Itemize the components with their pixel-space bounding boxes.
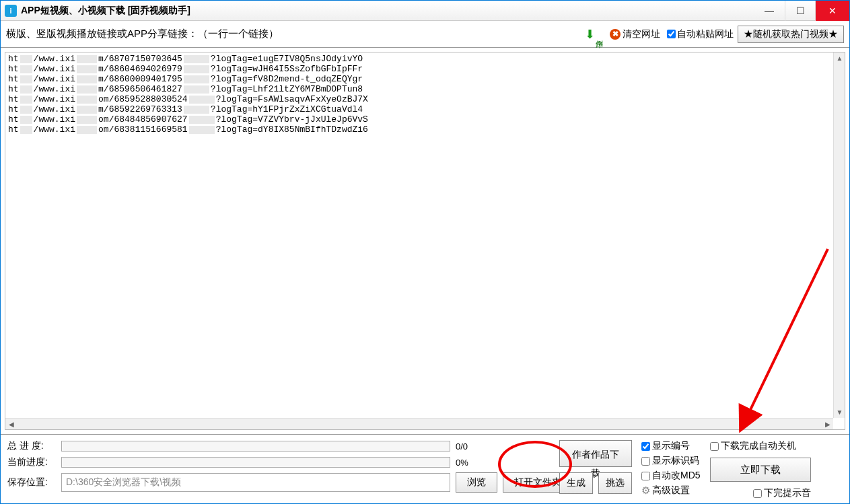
advanced-settings-button[interactable]: ⚙高级设置	[641, 484, 701, 497]
current-progress-label: 当前进度:	[7, 456, 56, 468]
save-path-label: 保存位置:	[7, 476, 56, 489]
total-progress-text: 0/0	[456, 441, 483, 452]
gear-icon: ⚙	[641, 484, 650, 497]
random-video-button[interactable]: ★随机获取热门视频★	[738, 26, 844, 43]
maximize-button[interactable]: ☐	[785, 1, 816, 21]
url-line: ht/www.ixim/68604694026979?logTag=wJH64I…	[8, 64, 842, 74]
bottom-panel: 总 进 度: 0/0 当前进度: 0% 保存位置: 浏览 打开文件夹 作者作品下…	[1, 434, 849, 503]
toolbar-hint: 横版、竖版视频播放链接或APP分享链接：（一行一个链接）	[6, 28, 279, 40]
close-button[interactable]: ✕	[816, 1, 849, 21]
scroll-up-icon[interactable]: ▲	[834, 52, 845, 64]
url-line: ht/www.ixim/68707150703645?logTag=e1ugE7…	[8, 54, 842, 64]
url-line: ht/www.ixiom/68484856907627?logTag=V7ZVY…	[8, 114, 842, 124]
url-line: ht/www.ixim/68592269763313?logTag=hY1FPj…	[8, 104, 842, 114]
app-icon: i	[5, 5, 17, 17]
browse-button[interactable]: 浏览	[456, 472, 497, 493]
current-progress-bar	[61, 457, 450, 468]
window-title: APP短视频、小视频下载 [固乔视频助手]	[21, 5, 190, 17]
scroll-left-icon[interactable]: ◀	[5, 419, 17, 430]
autopaste-checkbox[interactable]: 自动粘贴网址	[667, 28, 734, 40]
save-path-input[interactable]	[61, 473, 450, 492]
show-number-checkbox[interactable]: 显示编号	[641, 440, 701, 452]
autopaste-input[interactable]	[667, 30, 676, 38]
sort-arrow-icon: ⬇	[585, 27, 595, 42]
vertical-scrollbar[interactable]: ▲ ▼	[833, 52, 845, 418]
scroll-down-icon[interactable]: ▼	[834, 406, 845, 418]
toolbar: 横版、竖版视频播放链接或APP分享链接：（一行一个链接） ⬇ 倒序 ✖ 清空网址…	[1, 21, 849, 48]
show-idcode-checkbox[interactable]: 显示标识码	[641, 455, 701, 467]
author-works-button[interactable]: 作者作品下载	[559, 440, 632, 467]
horizontal-scrollbar[interactable]: ◀ ▶	[5, 418, 833, 429]
url-textarea[interactable]: ht/www.ixim/68707150703645?logTag=e1ugE7…	[5, 52, 845, 429]
autopaste-label: 自动粘贴网址	[677, 28, 734, 40]
pick-button[interactable]: 挑选	[598, 472, 632, 494]
finish-sound-checkbox[interactable]: 下完提示音	[710, 487, 811, 499]
scroll-right-icon[interactable]: ▶	[822, 419, 833, 430]
url-line: ht/www.ixiom/68381151669581?logTag=dY8IX…	[8, 124, 842, 135]
auto-shutdown-checkbox[interactable]: 下载完成自动关机	[710, 440, 811, 452]
clear-url-button[interactable]: ✖ 清空网址	[607, 28, 663, 40]
auto-md5-checkbox[interactable]: 自动改MD5	[641, 470, 701, 482]
current-progress-text: 0%	[456, 458, 483, 468]
url-line: ht/www.ixim/68596506461827?logTag=Lhf21l…	[8, 84, 842, 94]
sort-button[interactable]: ⬇ 倒序	[585, 27, 603, 42]
clear-icon: ✖	[610, 29, 621, 40]
titlebar: i APP短视频、小视频下载 [固乔视频助手] — ☐ ✕	[1, 1, 849, 21]
generate-button[interactable]: 生成	[559, 472, 593, 494]
download-now-button[interactable]: 立即下载	[710, 458, 811, 482]
minimize-button[interactable]: —	[754, 1, 785, 21]
url-textarea-wrap: ht/www.ixim/68707150703645?logTag=e1ugE7…	[5, 52, 845, 430]
url-line: ht/www.ixiom/68595288030524?logTag=FsAWl…	[8, 94, 842, 104]
total-progress-label: 总 进 度:	[7, 440, 56, 452]
url-line: ht/www.ixim/68600009401795?logTag=fV8D2m…	[8, 74, 842, 84]
clear-url-label: 清空网址	[623, 28, 660, 40]
total-progress-bar	[61, 441, 450, 452]
